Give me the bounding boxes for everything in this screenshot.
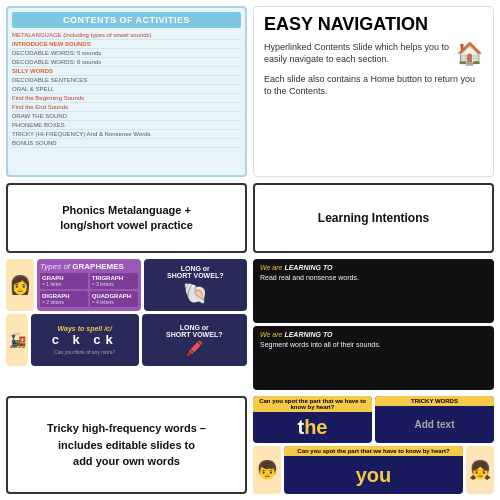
phonics-title: Phonics Metalanguage +long/short vowel p… [60,203,193,234]
home-icon: 🏠 [456,41,483,67]
tricky-card-add-header: TRICKY WORDS [375,396,494,406]
learning-card-2-body: Segment words into all of their sounds. [260,340,487,349]
contents-item: TRICKY (HI-FREQUENCY) And & Nonsense Wor… [12,130,241,139]
ways-spell-hint: Can you think of any more? [54,349,115,355]
the-highlight: he [304,416,327,439]
contents-item: SILLY WORDS [12,67,241,76]
person-icon: 👩 [6,259,34,311]
learning-panel: Learning Intentions [253,183,494,253]
easy-nav-text1: Hyperlinked Contents Slide which helps y… [264,41,450,66]
ways-spell-card: Ways to spell /c/ c k ck Can you think o… [31,314,139,366]
ways-spell-letters: c k ck [52,332,118,347]
learning-card-1-title: We are LEARNING TO [260,264,487,271]
girl-icon: 👧 [466,446,494,494]
you-word: you [356,464,392,487]
graphemes-section-title: Types of GRAPHEMES [40,262,138,271]
tricky-card-the-body: the [253,412,372,444]
quadgraph-item: QUADGRAPH = 4 letters [90,291,138,307]
tricky-description: Tricky high-frequency words –includes ed… [47,420,206,470]
learning-card-1: We are LEARNING TO Read real and nonsens… [253,259,494,323]
you-text: you [356,464,392,486]
contents-item: Find the End Sounds [12,103,241,112]
ways-spell-row: 🚂 Ways to spell /c/ c k ck Can you think… [6,314,247,366]
contents-item: Find the Beginning Sounds [12,94,241,103]
contents-list: METALANGUAGE (including types of vowel s… [12,31,241,148]
contents-item: BONUS SOUND [12,139,241,148]
main-container: CONTENTS OF ACTIVITIES METALANGUAGE (inc… [0,0,500,500]
train-icon: 🚂 [6,314,28,366]
tricky-card-you-body: you [284,456,463,494]
digraph-item: DIGRAPH = 2 letters [40,291,88,307]
tricky-card-add-body: Add text [375,406,494,444]
child-icon: 👦 [253,446,281,494]
tricky-cards-panel: Can you spot the part that we have to kn… [253,396,494,494]
the-word: the [297,416,327,439]
easy-nav-panel: EASY NAVIGATION Hyperlinked Contents Sli… [253,6,494,177]
long-short-card-top: LONG orSHORT VOWEL? 🐚 [144,259,248,311]
long-short-title: LONG orSHORT VOWEL? [167,265,223,279]
tricky-top-row: Can you spot the part that we have to kn… [253,396,494,444]
graphemes-types-card: 👩 Types of GRAPHEMES GRAPH = 1 letter TR… [6,259,247,311]
learning-card-1-body: Read real and nonsense words. [260,273,487,282]
contents-item: INTRODUCE NEW SOUNDS [12,40,241,49]
long-short-card-bottom: LONG orSHORT VOWEL? 🖍️ [142,314,248,366]
tricky-card-the: Can you spot the part that we have to kn… [253,396,372,444]
learning-card-2-title: We are LEARNING TO [260,331,487,338]
contents-panel: CONTENTS OF ACTIVITIES METALANGUAGE (inc… [6,6,247,177]
phonics-panel: Phonics Metalanguage +long/short vowel p… [6,183,247,253]
tricky-card-the-header: Can you spot the part that we have to kn… [253,396,372,412]
tricky-card-you-header: Can you spot the part that we have to kn… [284,446,463,456]
graphemes-grid: GRAPH = 1 letter TRIGRAPH = 3 letters DI… [40,273,138,307]
tricky-bottom-row: 👦 Can you spot the part that we have to … [253,446,494,494]
contents-item: METALANGUAGE (including types of vowel s… [12,31,241,40]
contents-title: CONTENTS OF ACTIVITIES [12,12,241,28]
learning-cards-panel: We are LEARNING TO Read real and nonsens… [253,259,494,389]
crayon-icon: 🖍️ [186,340,203,356]
easy-nav-text2: Each slide also contains a Home button t… [264,73,483,98]
learning-card-2: We are LEARNING TO Segment words into al… [253,326,494,390]
contents-item: DECODABLE SENTENCES [12,76,241,85]
contents-item: PHONEME BOXES [12,121,241,130]
contents-item: DRAW THE SOUND [12,112,241,121]
add-text: Add text [415,419,455,430]
contents-item: ORAL & SPELL [12,85,241,94]
learning-title: Learning Intentions [318,211,429,225]
graphemes-section: 👩 Types of GRAPHEMES GRAPH = 1 letter TR… [6,259,247,389]
shell-icon: 🐚 [183,281,208,305]
long-short-title2: LONG orSHORT VOWEL? [166,324,222,338]
contents-item: DECODABLE WORDS: 5 sounds [12,49,241,58]
contents-item: DECODABLE WORDS: 6 sounds [12,58,241,67]
tricky-card-you: Can you spot the part that we have to kn… [284,446,463,494]
graphemes-content: Types of GRAPHEMES GRAPH = 1 letter TRIG… [37,259,141,311]
the-text: t [297,416,304,439]
tricky-card-add: TRICKY WORDS Add text [375,396,494,444]
graph-item: GRAPH = 1 letter [40,273,88,289]
easy-nav-title: EASY NAVIGATION [264,15,483,35]
tricky-text-panel: Tricky high-frequency words –includes ed… [6,396,247,494]
ways-spell-title: Ways to spell /c/ [58,325,112,332]
trigraph-item: TRIGRAPH = 3 letters [90,273,138,289]
